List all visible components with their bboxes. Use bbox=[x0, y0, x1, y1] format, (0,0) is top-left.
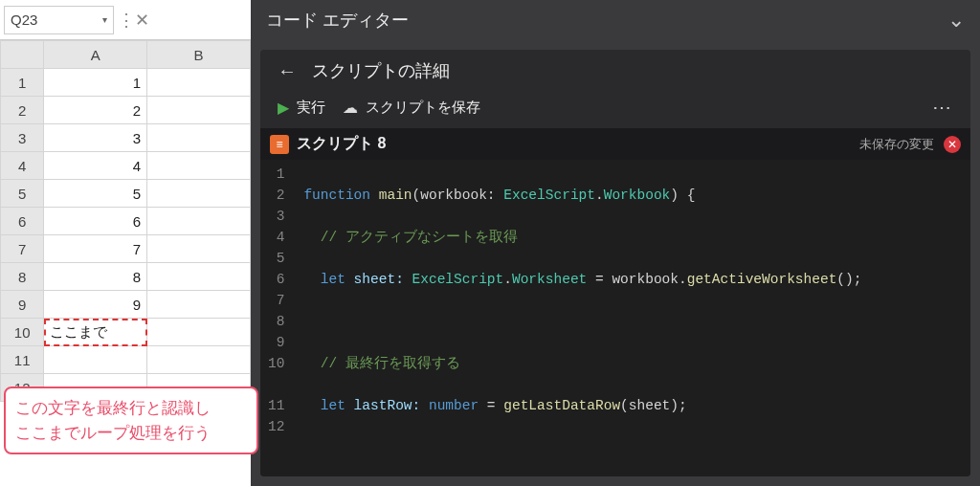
unsaved-indicator: 未保存の変更 bbox=[859, 136, 934, 153]
row-header[interactable]: 10 bbox=[1, 319, 44, 346]
cell[interactable] bbox=[147, 263, 251, 291]
row-header[interactable]: 9 bbox=[1, 291, 44, 319]
cell[interactable]: 3 bbox=[44, 124, 147, 152]
run-label: 実行 bbox=[297, 99, 325, 117]
cell[interactable] bbox=[147, 124, 251, 152]
row-header[interactable]: 8 bbox=[1, 263, 44, 291]
cell[interactable]: 4 bbox=[44, 152, 147, 180]
play-icon: ▶ bbox=[278, 99, 289, 117]
cell[interactable] bbox=[147, 346, 251, 374]
row-header[interactable]: 3 bbox=[1, 124, 44, 152]
col-header-b[interactable]: B bbox=[147, 41, 251, 69]
row-header[interactable]: 4 bbox=[1, 152, 44, 180]
script-file-icon: ≡ bbox=[270, 135, 289, 154]
cell-last-marker[interactable]: ここまで bbox=[44, 319, 147, 346]
cell[interactable] bbox=[147, 291, 251, 319]
more-menu-button[interactable]: ⋯ bbox=[932, 96, 953, 119]
chevron-down-icon[interactable]: ⌄ bbox=[947, 8, 965, 33]
panel-titlebar: コード エディター ⌄ bbox=[251, 0, 980, 40]
cell[interactable]: 7 bbox=[44, 235, 147, 263]
run-button[interactable]: ▶ 実行 bbox=[278, 99, 325, 117]
formula-bar: Q23 ▾ ⋮ ✕ bbox=[0, 0, 251, 40]
save-label: スクリプトを保存 bbox=[366, 99, 480, 117]
cell[interactable]: 6 bbox=[44, 208, 147, 235]
separator-icon: ⋮ bbox=[118, 10, 127, 31]
row-header[interactable]: 6 bbox=[1, 208, 44, 235]
row-header[interactable]: 11 bbox=[1, 346, 44, 374]
back-arrow-icon[interactable]: ← bbox=[278, 60, 297, 82]
discard-changes-icon[interactable]: ✕ bbox=[944, 136, 961, 153]
cell[interactable] bbox=[44, 346, 147, 374]
script-details-heading: スクリプトの詳細 bbox=[312, 59, 450, 82]
row-header[interactable]: 1 bbox=[1, 69, 44, 97]
cell[interactable]: 1 bbox=[44, 69, 147, 97]
cell[interactable]: 2 bbox=[44, 97, 147, 124]
annotation-line: ここまでループ処理を行う bbox=[15, 421, 247, 446]
cancel-icon[interactable]: ✕ bbox=[127, 10, 156, 31]
select-all-corner[interactable] bbox=[1, 41, 44, 69]
code-content[interactable]: function main(workbook: ExcelScript.Work… bbox=[296, 160, 941, 476]
cell[interactable] bbox=[147, 152, 251, 180]
panel-title: コード エディター bbox=[266, 9, 409, 32]
cell[interactable] bbox=[147, 69, 251, 97]
annotation-callout: この文字を最終行と認識し ここまでループ処理を行う bbox=[4, 387, 258, 454]
code-editor[interactable]: 123 456 789 1011 12 function main(workbo… bbox=[260, 160, 970, 476]
row-header[interactable]: 7 bbox=[1, 235, 44, 263]
annotation-line: この文字を最終行と認識し bbox=[15, 396, 247, 421]
cell[interactable]: 8 bbox=[44, 263, 147, 291]
name-box-value: Q23 bbox=[11, 11, 37, 28]
script-tab-header: ≡ スクリプト 8 未保存の変更 ✕ bbox=[260, 128, 970, 160]
row-header[interactable]: 2 bbox=[1, 97, 44, 124]
cell[interactable]: 9 bbox=[44, 291, 147, 319]
cloud-save-icon: ☁ bbox=[343, 99, 358, 117]
chevron-down-icon[interactable]: ▾ bbox=[102, 14, 107, 25]
name-box[interactable]: Q23 ▾ bbox=[4, 6, 114, 34]
line-number-gutter: 123 456 789 1011 12 bbox=[260, 160, 296, 476]
cell[interactable] bbox=[147, 180, 251, 208]
cell[interactable] bbox=[147, 208, 251, 235]
save-script-button[interactable]: ☁ スクリプトを保存 bbox=[343, 99, 480, 117]
cell[interactable] bbox=[147, 319, 251, 346]
cell[interactable] bbox=[147, 97, 251, 124]
cell[interactable] bbox=[147, 235, 251, 263]
row-header[interactable]: 5 bbox=[1, 180, 44, 208]
cell[interactable]: 5 bbox=[44, 180, 147, 208]
col-header-a[interactable]: A bbox=[44, 41, 147, 69]
script-name: スクリプト 8 bbox=[297, 134, 386, 154]
